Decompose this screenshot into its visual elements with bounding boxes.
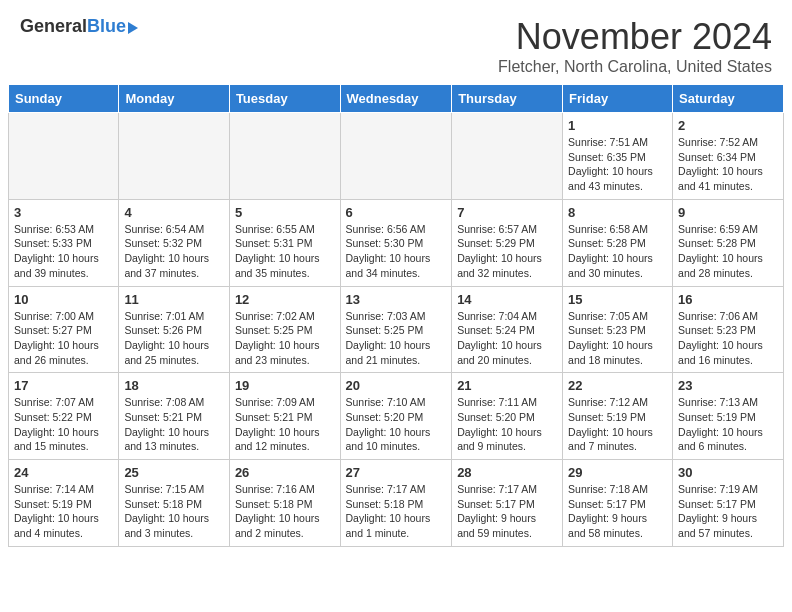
day-info: Sunrise: 6:58 AM Sunset: 5:28 PM Dayligh… <box>568 222 667 281</box>
day-number: 19 <box>235 378 335 393</box>
location-title: Fletcher, North Carolina, United States <box>498 58 772 76</box>
calendar-day-cell: 19Sunrise: 7:09 AM Sunset: 5:21 PM Dayli… <box>229 373 340 460</box>
calendar-day-header: Friday <box>563 85 673 113</box>
calendar-day-cell: 23Sunrise: 7:13 AM Sunset: 5:19 PM Dayli… <box>673 373 784 460</box>
calendar-day-cell: 27Sunrise: 7:17 AM Sunset: 5:18 PM Dayli… <box>340 460 452 547</box>
day-number: 13 <box>346 292 447 307</box>
day-info: Sunrise: 7:07 AM Sunset: 5:22 PM Dayligh… <box>14 395 113 454</box>
day-number: 18 <box>124 378 224 393</box>
calendar-day-cell: 28Sunrise: 7:17 AM Sunset: 5:17 PM Dayli… <box>452 460 563 547</box>
logo: General Blue <box>20 16 138 37</box>
calendar-day-cell: 6Sunrise: 6:56 AM Sunset: 5:30 PM Daylig… <box>340 199 452 286</box>
calendar-day-cell: 12Sunrise: 7:02 AM Sunset: 5:25 PM Dayli… <box>229 286 340 373</box>
day-info: Sunrise: 7:04 AM Sunset: 5:24 PM Dayligh… <box>457 309 557 368</box>
calendar-day-cell: 20Sunrise: 7:10 AM Sunset: 5:20 PM Dayli… <box>340 373 452 460</box>
calendar-day-cell: 5Sunrise: 6:55 AM Sunset: 5:31 PM Daylig… <box>229 199 340 286</box>
day-number: 11 <box>124 292 224 307</box>
logo-blue-text: Blue <box>87 16 126 37</box>
day-info: Sunrise: 7:06 AM Sunset: 5:23 PM Dayligh… <box>678 309 778 368</box>
day-number: 17 <box>14 378 113 393</box>
day-info: Sunrise: 6:56 AM Sunset: 5:30 PM Dayligh… <box>346 222 447 281</box>
calendar-day-cell: 3Sunrise: 6:53 AM Sunset: 5:33 PM Daylig… <box>9 199 119 286</box>
day-info: Sunrise: 7:02 AM Sunset: 5:25 PM Dayligh… <box>235 309 335 368</box>
day-number: 25 <box>124 465 224 480</box>
day-number: 26 <box>235 465 335 480</box>
day-number: 3 <box>14 205 113 220</box>
day-number: 10 <box>14 292 113 307</box>
calendar-day-header: Sunday <box>9 85 119 113</box>
day-info: Sunrise: 6:55 AM Sunset: 5:31 PM Dayligh… <box>235 222 335 281</box>
calendar-week-row: 10Sunrise: 7:00 AM Sunset: 5:27 PM Dayli… <box>9 286 784 373</box>
day-number: 12 <box>235 292 335 307</box>
calendar-day-header: Thursday <box>452 85 563 113</box>
day-info: Sunrise: 7:08 AM Sunset: 5:21 PM Dayligh… <box>124 395 224 454</box>
day-info: Sunrise: 7:13 AM Sunset: 5:19 PM Dayligh… <box>678 395 778 454</box>
calendar-day-cell: 4Sunrise: 6:54 AM Sunset: 5:32 PM Daylig… <box>119 199 230 286</box>
day-number: 21 <box>457 378 557 393</box>
calendar-day-cell: 15Sunrise: 7:05 AM Sunset: 5:23 PM Dayli… <box>563 286 673 373</box>
calendar-day-cell: 21Sunrise: 7:11 AM Sunset: 5:20 PM Dayli… <box>452 373 563 460</box>
day-number: 2 <box>678 118 778 133</box>
calendar-day-cell: 2Sunrise: 7:52 AM Sunset: 6:34 PM Daylig… <box>673 113 784 200</box>
logo-arrow-icon <box>128 22 138 34</box>
day-info: Sunrise: 7:01 AM Sunset: 5:26 PM Dayligh… <box>124 309 224 368</box>
calendar-day-cell: 9Sunrise: 6:59 AM Sunset: 5:28 PM Daylig… <box>673 199 784 286</box>
calendar-day-cell: 24Sunrise: 7:14 AM Sunset: 5:19 PM Dayli… <box>9 460 119 547</box>
calendar-day-cell: 25Sunrise: 7:15 AM Sunset: 5:18 PM Dayli… <box>119 460 230 547</box>
day-number: 8 <box>568 205 667 220</box>
calendar-day-cell <box>340 113 452 200</box>
day-info: Sunrise: 6:53 AM Sunset: 5:33 PM Dayligh… <box>14 222 113 281</box>
calendar-day-cell: 14Sunrise: 7:04 AM Sunset: 5:24 PM Dayli… <box>452 286 563 373</box>
day-number: 1 <box>568 118 667 133</box>
day-number: 22 <box>568 378 667 393</box>
day-info: Sunrise: 7:52 AM Sunset: 6:34 PM Dayligh… <box>678 135 778 194</box>
calendar-day-cell: 1Sunrise: 7:51 AM Sunset: 6:35 PM Daylig… <box>563 113 673 200</box>
day-info: Sunrise: 7:17 AM Sunset: 5:17 PM Dayligh… <box>457 482 557 541</box>
calendar-header-row: SundayMondayTuesdayWednesdayThursdayFrid… <box>9 85 784 113</box>
calendar-day-cell: 16Sunrise: 7:06 AM Sunset: 5:23 PM Dayli… <box>673 286 784 373</box>
calendar-day-cell: 8Sunrise: 6:58 AM Sunset: 5:28 PM Daylig… <box>563 199 673 286</box>
day-number: 14 <box>457 292 557 307</box>
calendar-week-row: 3Sunrise: 6:53 AM Sunset: 5:33 PM Daylig… <box>9 199 784 286</box>
calendar-day-cell: 18Sunrise: 7:08 AM Sunset: 5:21 PM Dayli… <box>119 373 230 460</box>
day-number: 7 <box>457 205 557 220</box>
calendar-day-header: Saturday <box>673 85 784 113</box>
calendar-day-cell: 17Sunrise: 7:07 AM Sunset: 5:22 PM Dayli… <box>9 373 119 460</box>
calendar-day-cell: 22Sunrise: 7:12 AM Sunset: 5:19 PM Dayli… <box>563 373 673 460</box>
calendar-day-cell: 26Sunrise: 7:16 AM Sunset: 5:18 PM Dayli… <box>229 460 340 547</box>
day-number: 9 <box>678 205 778 220</box>
calendar-day-header: Wednesday <box>340 85 452 113</box>
day-info: Sunrise: 7:03 AM Sunset: 5:25 PM Dayligh… <box>346 309 447 368</box>
month-title: November 2024 <box>498 16 772 58</box>
calendar-day-cell: 13Sunrise: 7:03 AM Sunset: 5:25 PM Dayli… <box>340 286 452 373</box>
day-number: 29 <box>568 465 667 480</box>
day-number: 4 <box>124 205 224 220</box>
calendar-week-row: 24Sunrise: 7:14 AM Sunset: 5:19 PM Dayli… <box>9 460 784 547</box>
page-header: General Blue November 2024 Fletcher, Nor… <box>0 0 792 84</box>
title-block: November 2024 Fletcher, North Carolina, … <box>498 16 772 76</box>
day-info: Sunrise: 6:59 AM Sunset: 5:28 PM Dayligh… <box>678 222 778 281</box>
day-number: 15 <box>568 292 667 307</box>
day-info: Sunrise: 7:14 AM Sunset: 5:19 PM Dayligh… <box>14 482 113 541</box>
calendar-day-cell: 11Sunrise: 7:01 AM Sunset: 5:26 PM Dayli… <box>119 286 230 373</box>
calendar-day-cell <box>229 113 340 200</box>
day-info: Sunrise: 6:57 AM Sunset: 5:29 PM Dayligh… <box>457 222 557 281</box>
day-number: 28 <box>457 465 557 480</box>
day-info: Sunrise: 7:51 AM Sunset: 6:35 PM Dayligh… <box>568 135 667 194</box>
calendar-day-cell: 10Sunrise: 7:00 AM Sunset: 5:27 PM Dayli… <box>9 286 119 373</box>
day-number: 23 <box>678 378 778 393</box>
calendar-week-row: 1Sunrise: 7:51 AM Sunset: 6:35 PM Daylig… <box>9 113 784 200</box>
calendar-day-cell: 30Sunrise: 7:19 AM Sunset: 5:17 PM Dayli… <box>673 460 784 547</box>
calendar-day-header: Tuesday <box>229 85 340 113</box>
day-number: 27 <box>346 465 447 480</box>
day-info: Sunrise: 7:11 AM Sunset: 5:20 PM Dayligh… <box>457 395 557 454</box>
calendar-day-cell <box>452 113 563 200</box>
day-info: Sunrise: 7:10 AM Sunset: 5:20 PM Dayligh… <box>346 395 447 454</box>
day-number: 5 <box>235 205 335 220</box>
day-info: Sunrise: 7:17 AM Sunset: 5:18 PM Dayligh… <box>346 482 447 541</box>
day-info: Sunrise: 7:12 AM Sunset: 5:19 PM Dayligh… <box>568 395 667 454</box>
day-info: Sunrise: 6:54 AM Sunset: 5:32 PM Dayligh… <box>124 222 224 281</box>
calendar-day-header: Monday <box>119 85 230 113</box>
day-info: Sunrise: 7:05 AM Sunset: 5:23 PM Dayligh… <box>568 309 667 368</box>
calendar-day-cell <box>9 113 119 200</box>
